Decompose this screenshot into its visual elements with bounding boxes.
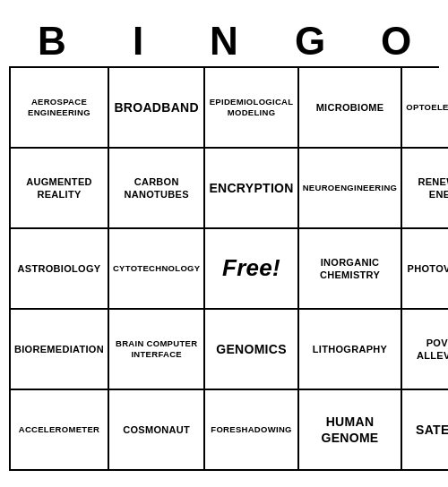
bingo-cell-text-17: GENOMICS (216, 341, 287, 357)
bingo-cell-text-4: OPTOELECTRONICS (406, 102, 448, 113)
bingo-cell-19: POVERTY ALLEVIATION (402, 310, 448, 390)
bingo-cell-13: INORGANIC CHEMISTRY (299, 229, 403, 310)
bingo-cell-text-0: AEROSPACE ENGINEERING (14, 97, 104, 119)
bingo-cell-18: LITHOGRAPHY (299, 310, 403, 390)
bingo-cell-3: MICROBIOME (299, 68, 403, 149)
bingo-cell-10: ASTROBIOLOGY (11, 229, 109, 310)
bingo-cell-7: ENCRYPTION (205, 149, 298, 229)
bingo-cell-text-20: ACCELEROMETER (19, 424, 99, 435)
bingo-cell-21: COSMONAUT (109, 390, 205, 471)
bingo-cell-0: AEROSPACE ENGINEERING (11, 68, 109, 149)
bingo-cell-text-12: Free! (222, 253, 280, 284)
bingo-cell-8: NEUROENGINEERING (299, 149, 403, 229)
bingo-cell-text-3: MICROBIOME (316, 101, 384, 114)
bingo-cell-text-21: COSMONAUT (123, 423, 190, 436)
bingo-cell-11: CYTOTECHNOLOGY (109, 229, 205, 310)
bingo-cell-text-8: NEUROENGINEERING (303, 183, 398, 193)
bingo-letter-i: I (95, 16, 181, 66)
bingo-cell-text-16: BRAIN COMPUTER INTERFACE (113, 338, 200, 361)
bingo-cell-17: GENOMICS (205, 310, 298, 390)
bingo-cell-20: ACCELEROMETER (11, 390, 109, 471)
bingo-cell-text-5: AUGMENTED REALITY (14, 175, 104, 201)
bingo-card: BINGO AEROSPACE ENGINEERINGBROADBANDEPID… (9, 16, 439, 471)
bingo-cell-2: EPIDEMIOLOGICAL MODELING (205, 68, 298, 149)
bingo-cell-23: HUMAN GENOME (299, 390, 403, 471)
bingo-letter-n: N (181, 16, 267, 66)
bingo-cell-text-7: ENCRYPTION (209, 180, 293, 196)
bingo-cell-text-19: POVERTY ALLEVIATION (406, 337, 448, 363)
bingo-cell-text-10: ASTROBIOLOGY (18, 262, 101, 275)
bingo-cell-4: OPTOELECTRONICS (402, 68, 448, 149)
bingo-cell-text-23: HUMAN GENOME (303, 414, 398, 446)
bingo-cell-6: CARBON NANOTUBES (109, 149, 205, 229)
bingo-cell-text-18: LITHOGRAPHY (313, 343, 387, 355)
bingo-cell-16: BRAIN COMPUTER INTERFACE (109, 310, 205, 390)
bingo-cell-text-24: SATELLITE (416, 422, 448, 438)
bingo-cell-24: SATELLITE (402, 390, 448, 471)
bingo-cell-text-6: CARBON NANOTUBES (113, 175, 200, 201)
bingo-cell-9: RENEWABLE ENERGY (402, 149, 448, 229)
bingo-header: BINGO (9, 16, 439, 66)
bingo-cell-5: AUGMENTED REALITY (11, 149, 109, 229)
bingo-cell-text-15: BIOREMEDIATION (14, 343, 104, 355)
bingo-cell-text-22: FORESHADOWING (211, 424, 291, 435)
bingo-cell-text-9: RENEWABLE ENERGY (406, 175, 448, 201)
bingo-cell-text-1: BROADBAND (114, 99, 198, 115)
bingo-cell-text-13: INORGANIC CHEMISTRY (303, 256, 398, 282)
bingo-letter-o: O (353, 16, 439, 66)
bingo-cell-15: BIOREMEDIATION (11, 310, 109, 390)
bingo-cell-22: FORESHADOWING (205, 390, 298, 471)
bingo-cell-text-11: CYTOTECHNOLOGY (113, 263, 200, 274)
bingo-cell-12: Free! (205, 229, 298, 310)
bingo-cell-14: PHOTOVOLTAICS (402, 229, 448, 310)
bingo-letter-g: G (267, 16, 353, 66)
bingo-cell-1: BROADBAND (109, 68, 205, 149)
bingo-cell-text-2: EPIDEMIOLOGICAL MODELING (209, 97, 293, 119)
bingo-letter-b: B (9, 16, 95, 66)
bingo-grid: AEROSPACE ENGINEERINGBROADBANDEPIDEMIOLO… (9, 66, 439, 471)
bingo-cell-text-14: PHOTOVOLTAICS (408, 262, 448, 275)
